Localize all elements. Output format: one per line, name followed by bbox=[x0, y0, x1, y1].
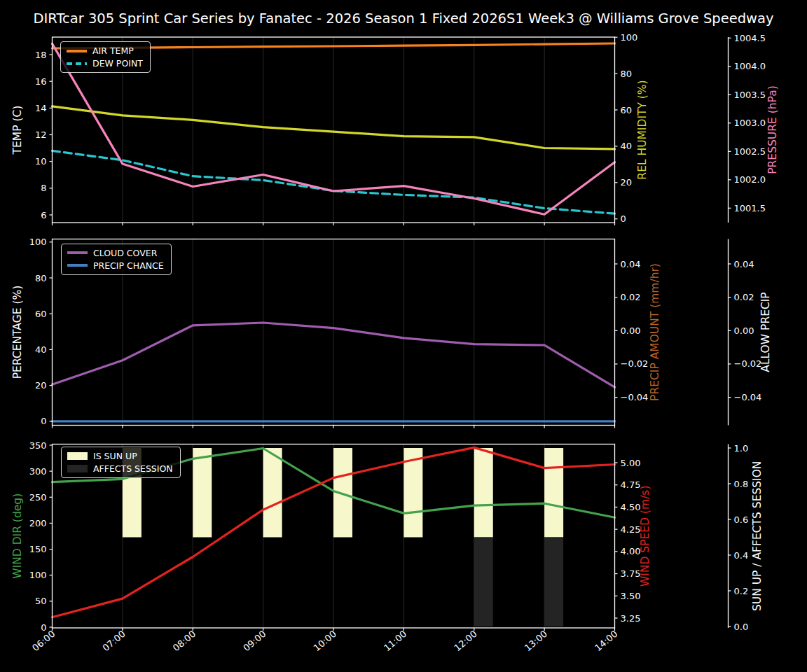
legend-entry-is-sun-up: IS SUN UP bbox=[67, 451, 173, 461]
legend-line-sample bbox=[67, 62, 87, 65]
legend-subplot-2: IS SUN UPAFFECTS SESSION bbox=[61, 447, 181, 478]
x-tick-label: 10:00 bbox=[312, 629, 338, 654]
right2-tick-label: 0.0 bbox=[734, 622, 749, 632]
right1-tick-label: 40 bbox=[621, 141, 633, 151]
legend-entry-precip-chance: PRECIP CHANCE bbox=[67, 260, 164, 271]
wind-dir-deg-axis-label: WIND DIR (deg) bbox=[11, 493, 24, 579]
legend-label: IS SUN UP bbox=[93, 451, 137, 461]
right1-tick-label: 5.00 bbox=[621, 458, 641, 468]
left-tick-label: 20 bbox=[35, 380, 47, 391]
x-tick-label: 12:00 bbox=[452, 629, 478, 654]
left-tick-label: 100 bbox=[29, 570, 47, 580]
left-tick-label: 0 bbox=[41, 622, 46, 633]
right1-tick-label: 80 bbox=[621, 69, 633, 79]
is-sun-up-bar bbox=[474, 448, 493, 538]
right1-tick-label: 0 bbox=[621, 214, 626, 224]
is-sun-up-bar bbox=[193, 448, 212, 538]
left-tick-label: 16 bbox=[35, 76, 47, 87]
left-tick-label: 80 bbox=[35, 273, 47, 284]
affects-session-bar bbox=[544, 538, 563, 627]
right1-tick-label: 60 bbox=[621, 105, 633, 115]
right1-tick-label: 3.50 bbox=[621, 591, 641, 601]
pressure-hpa-axis-label: PRESSURE (hPa) bbox=[766, 85, 779, 174]
right2-tick-label: 0.04 bbox=[734, 259, 754, 270]
x-tick-label: 08:00 bbox=[171, 629, 198, 654]
legend-entry-dew-point: DEW POINT bbox=[67, 58, 143, 69]
sun-up-affects-session-axis-label: SUN UP / AFFECTS SESSION bbox=[751, 461, 764, 611]
right2-tick-label: −0.02 bbox=[734, 358, 762, 369]
left-tick-label: 14 bbox=[35, 103, 47, 113]
legend-swatch-sample bbox=[67, 452, 88, 460]
left-tick-label: 60 bbox=[35, 309, 47, 319]
left-tick-label: 50 bbox=[35, 596, 47, 606]
x-tick-label: 07:00 bbox=[100, 629, 127, 654]
x-tick-label: 13:00 bbox=[523, 629, 549, 654]
right2-tick-label: 1.0 bbox=[734, 443, 749, 454]
x-tick-label: 11:00 bbox=[382, 629, 408, 654]
legend-swatch-sample bbox=[67, 465, 88, 472]
weather-forecast-figure: DIRTcar 305 Sprint Car Series by Fanatec… bbox=[0, 0, 807, 672]
right1-tick-label: 4.00 bbox=[621, 546, 641, 556]
affects-session-bar bbox=[474, 538, 493, 627]
left-tick-label: 100 bbox=[29, 237, 47, 247]
left-tick-label: 350 bbox=[29, 440, 47, 451]
left-tick-label: 18 bbox=[35, 50, 47, 60]
legend-line-sample bbox=[67, 50, 87, 52]
right2-tick-label: 0.4 bbox=[734, 550, 749, 561]
right2-tick-label: 1004.0 bbox=[734, 61, 766, 71]
right1-tick-label: 100 bbox=[621, 32, 638, 43]
right2-tick-label: 1002.0 bbox=[734, 174, 766, 185]
right1-tick-label: −0.02 bbox=[621, 358, 649, 369]
allow-precip-axis-label: ALLOW PRECIP bbox=[759, 292, 772, 372]
is-sun-up-bar bbox=[263, 448, 282, 538]
left-tick-label: 10 bbox=[35, 156, 47, 167]
right2-tick-label: −0.04 bbox=[734, 392, 762, 402]
legend-subplot-0: AIR TEMPDEW POINT bbox=[60, 41, 151, 73]
right1-tick-label: 0.00 bbox=[621, 326, 641, 336]
right1-tick-label: 3.75 bbox=[621, 568, 641, 579]
right1-tick-label: 4.75 bbox=[621, 479, 641, 490]
legend-line-sample bbox=[67, 251, 88, 254]
right2-tick-label: 0.00 bbox=[734, 326, 754, 336]
legend-label: AIR TEMP bbox=[92, 46, 134, 56]
right1-tick-label: −0.04 bbox=[621, 392, 649, 402]
left-tick-label: 6 bbox=[41, 210, 46, 220]
left-tick-label: 150 bbox=[29, 544, 47, 554]
left-tick-label: 0 bbox=[41, 416, 46, 426]
left-tick-label: 8 bbox=[41, 183, 46, 193]
right1-tick-label: 4.25 bbox=[621, 524, 641, 535]
right2-tick-label: 1003.5 bbox=[734, 90, 766, 100]
precip-amount-mm-hr-axis-label: PRECIP AMOUNT (mm/hr) bbox=[649, 263, 661, 401]
percentage-axis-label: PERCENTAGE (%) bbox=[11, 286, 24, 379]
right2-tick-label: 0.2 bbox=[734, 586, 749, 596]
right1-tick-label: 0.04 bbox=[621, 259, 641, 270]
legend-line-sample bbox=[67, 264, 88, 267]
legend-label: CLOUD COVER bbox=[93, 248, 157, 258]
right2-tick-label: 0.8 bbox=[734, 479, 749, 489]
legend-label: AFFECTS SESSION bbox=[93, 463, 173, 474]
right2-tick-label: 0.02 bbox=[734, 292, 754, 302]
right2-tick-label: 1002.5 bbox=[734, 146, 766, 157]
legend-subplot-1: CLOUD COVERPRECIP CHANCE bbox=[61, 244, 172, 275]
weather-charts-svg: 6810121416180204060801001001.51002.01002… bbox=[0, 0, 807, 672]
is-sun-up-bar bbox=[544, 448, 563, 538]
right1-tick-label: 20 bbox=[621, 177, 633, 188]
wind-speed-m-s-axis-label: WIND SPEED (m/s) bbox=[639, 486, 651, 587]
legend-label: DEW POINT bbox=[92, 58, 143, 69]
legend-entry-affects-session: AFFECTS SESSION bbox=[67, 463, 173, 474]
left-tick-label: 12 bbox=[35, 130, 47, 140]
x-tick-label: 14:00 bbox=[593, 629, 619, 654]
legend-entry-air-temp: AIR TEMP bbox=[67, 46, 143, 56]
legend-entry-cloud-cover: CLOUD COVER bbox=[67, 248, 164, 258]
left-tick-label: 200 bbox=[29, 518, 47, 528]
right2-tick-label: 1003.0 bbox=[734, 118, 766, 128]
right1-tick-label: 3.25 bbox=[621, 613, 641, 624]
right1-tick-label: 4.50 bbox=[621, 502, 641, 512]
right2-tick-label: 1004.5 bbox=[734, 33, 766, 43]
rel-humidity-axis-label: REL HUMIDITY (%) bbox=[636, 80, 649, 179]
right2-tick-label: 1001.5 bbox=[734, 203, 766, 214]
x-tick-label: 09:00 bbox=[241, 629, 268, 654]
right2-tick-label: 0.6 bbox=[734, 514, 749, 525]
left-tick-label: 300 bbox=[29, 466, 47, 477]
left-tick-label: 250 bbox=[29, 492, 47, 503]
